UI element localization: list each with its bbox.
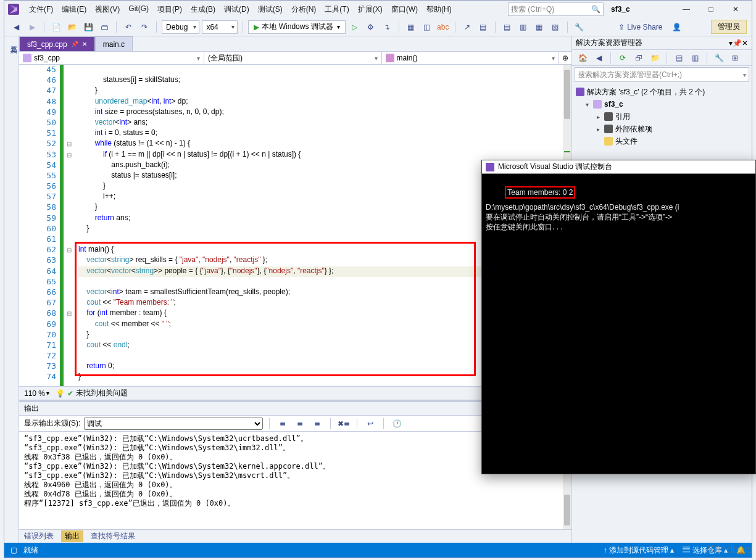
sol-t3[interactable]: ⊞ [728, 51, 742, 65]
close-button[interactable]: ✕ [723, 2, 748, 16]
panel-close-icon[interactable]: ✕ [742, 39, 748, 47]
chevron-down-icon: ▾ [743, 72, 746, 78]
fold-column: ⊟⊟⊟⊟ [64, 65, 75, 386]
sol-back-icon[interactable]: ◀ [592, 51, 605, 65]
back-button[interactable]: ◀ [9, 20, 23, 34]
sol-t1[interactable]: ▤ [672, 51, 686, 65]
tool-b9[interactable]: ▧ [549, 20, 562, 34]
tree-project[interactable]: ▾sf3_c [576, 98, 748, 110]
tool-b7[interactable]: ▥ [517, 20, 530, 34]
out-btn3[interactable]: ≣ [310, 417, 324, 430]
tool-b5[interactable]: ▤ [476, 20, 490, 34]
save-button[interactable]: 💾 [81, 20, 95, 34]
document-tabs: sf3_cpp.cpp 📌 ✕ main.c [19, 36, 571, 51]
out-btn2[interactable]: ≣ [293, 417, 307, 430]
menu-item[interactable]: 窗口(W) [388, 2, 422, 17]
split-button[interactable]: ⊕ [559, 52, 571, 64]
out-clear-button[interactable]: ✖≣ [337, 417, 351, 430]
undo-button[interactable]: ↶ [122, 20, 135, 34]
menu-item[interactable]: 文件(F) [25, 2, 57, 17]
solution-toolbar: 🏠 ◀ ⟳ 🗗 📁 ▤ ▥ 🔧 ⊞ [572, 50, 752, 66]
tab-inactive[interactable]: main.c [95, 36, 133, 51]
forward-button[interactable]: ▶ [25, 20, 39, 34]
namespace-combo[interactable]: (全局范围) [204, 52, 382, 64]
tool-b6[interactable]: ▤ [501, 20, 514, 34]
menu-item[interactable]: 项目(P) [154, 2, 186, 17]
live-share-button[interactable]: ⇪ Live Share [613, 23, 667, 31]
sol-show-all-icon[interactable]: 📁 [648, 51, 662, 65]
tree-external[interactable]: ▸外部依赖项 [576, 123, 748, 135]
nav-bar: sf3_cpp (全局范围) main() ⊕ [19, 51, 571, 65]
status-box-icon: ▢ [10, 546, 17, 554]
no-issues-indicator[interactable]: 💡✔未找到相关问题 [56, 388, 128, 398]
bottom-tab-errors[interactable]: 错误列表 [24, 531, 54, 541]
solution-header: 解决方案资源管理器 ▾ 📌 ✕ [572, 36, 752, 50]
output-source-select[interactable]: 调试 [84, 418, 263, 430]
status-bar: ▢ 就绪 ↑ 添加到源代码管理 ▴ ▤ 选择仓库 ▴ 🔔 [4, 543, 752, 558]
debug-console-window: Microsoft Visual Studio 调试控制台 Team membe… [481, 160, 756, 474]
new-button[interactable]: 📄 [49, 20, 63, 34]
solution-icon [576, 88, 584, 96]
tree-headers[interactable]: 头文件 [576, 135, 748, 147]
menu-item[interactable]: Git(G) [125, 2, 152, 17]
start-nodebug-button[interactable]: ▷ [348, 20, 362, 34]
redo-button[interactable]: ↷ [138, 20, 151, 34]
sol-home-icon[interactable]: 🏠 [576, 51, 589, 65]
menu-item[interactable]: 帮助(H) [423, 2, 455, 17]
tree-refs[interactable]: ▸引用 [576, 110, 748, 123]
function-combo[interactable]: main() [382, 52, 560, 64]
scrollbar-thumb[interactable] [564, 70, 570, 119]
config-combo[interactable]: Debug [162, 20, 199, 34]
menu-item[interactable]: 分析(N) [288, 2, 320, 17]
sol-refresh-icon[interactable]: ⟳ [616, 51, 629, 65]
console-text: D:\mysetup\gopath\src\dsy\sf3_c\x64\Debu… [486, 203, 679, 231]
add-source-control[interactable]: ↑ 添加到源代码管理 ▴ [604, 545, 675, 556]
minimize-button[interactable]: — [674, 2, 699, 16]
start-debug-button[interactable]: ▶ 本地 Windows 调试器 ▾ [248, 20, 345, 34]
tool-b2[interactable]: ◫ [420, 20, 434, 34]
tool-b8[interactable]: ▦ [533, 20, 546, 34]
method-icon [386, 54, 394, 62]
bottom-tab-output[interactable]: 输出 [61, 530, 83, 542]
tool-b10[interactable]: 🔧 [573, 20, 586, 34]
open-button[interactable]: 📂 [65, 20, 79, 34]
pin-icon[interactable]: 📌 [71, 41, 78, 47]
feedback-button[interactable]: 👤 [670, 20, 684, 34]
menu-item[interactable]: 编辑(E) [58, 2, 90, 17]
menu-item[interactable]: 工具(T) [321, 2, 352, 17]
panel-pin-icon[interactable]: 📌 [733, 39, 742, 47]
zoom-combo[interactable]: 110 %▾ [24, 389, 49, 398]
step-button[interactable]: ↴ [380, 20, 394, 34]
solution-search[interactable]: 搜索解决方案资源管理器(Ctrl+;) ▾ [575, 67, 749, 82]
left-tool-tab[interactable]: 工具箱 [4, 36, 19, 543]
menu-item[interactable]: 测试(S) [254, 2, 286, 17]
out-clock-button[interactable]: 🕐 [390, 417, 404, 430]
save-all-button[interactable]: 🗃 [98, 20, 111, 34]
tree-root[interactable]: 解决方案 'sf3_c' (2 个项目，共 2 个) [576, 86, 748, 98]
menu-item[interactable]: 扩展(X) [354, 2, 386, 17]
bottom-tab-symbols[interactable]: 查找符号结果 [91, 531, 135, 541]
menu-item[interactable]: 视图(V) [91, 2, 123, 17]
tool-b1[interactable]: ▦ [404, 20, 418, 34]
platform-combo[interactable]: x64 [202, 20, 238, 34]
menu-item[interactable]: 调试(D) [220, 2, 253, 17]
sol-t2[interactable]: ▥ [688, 51, 702, 65]
close-tab-icon[interactable]: ✕ [82, 41, 87, 47]
sol-props-icon[interactable]: 🔧 [712, 51, 726, 65]
live-share-icon: ⇪ [618, 23, 625, 31]
console-body[interactable]: Team members: 0 2 D:\mysetup\gopath\src\… [482, 174, 755, 474]
tool-b3[interactable]: abc [436, 20, 450, 34]
solution-name: sf3_c [607, 4, 669, 15]
scope-combo[interactable]: sf3_cpp [19, 52, 204, 64]
console-title-bar[interactable]: Microsoft Visual Studio 调试控制台 [482, 160, 755, 174]
search-box[interactable]: 搜索 (Ctrl+Q) 🔍 [508, 2, 604, 16]
menu-item[interactable]: 生成(B) [187, 2, 219, 17]
tool-b4[interactable]: ↗ [460, 20, 474, 34]
tab-active[interactable]: sf3_cpp.cpp 📌 ✕ [19, 36, 95, 51]
out-btn1[interactable]: ≣ [276, 417, 289, 430]
sol-sync-icon[interactable]: 🗗 [632, 51, 646, 65]
maximize-button[interactable]: □ [699, 2, 723, 16]
stop-button[interactable]: ⚙ [364, 20, 378, 34]
out-wrap-button[interactable]: ↩ [363, 417, 377, 430]
watermark: Windows [707, 543, 752, 556]
